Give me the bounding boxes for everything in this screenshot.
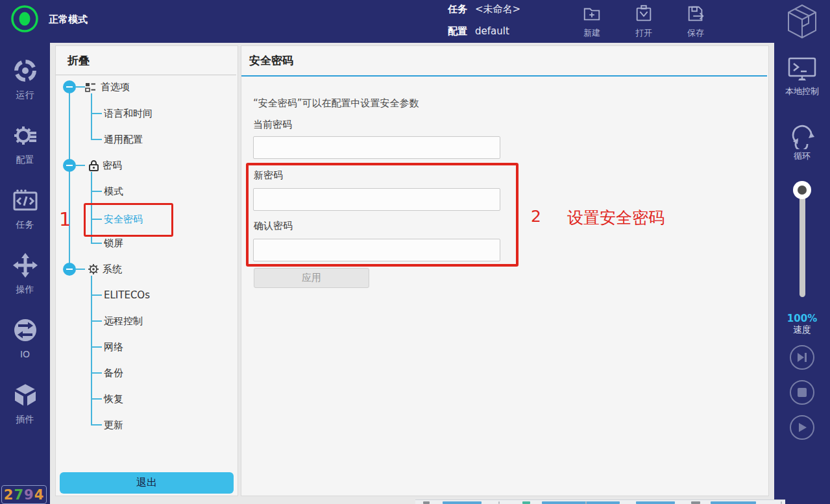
annotation-step2-text: 设置安全密码 <box>567 207 665 228</box>
tree-branch-line <box>91 276 92 426</box>
status-text-fragment <box>542 501 620 504</box>
tree-item-network[interactable]: 网络 <box>104 341 123 354</box>
open-file-icon <box>634 4 653 23</box>
slider-handle-dot <box>798 186 807 195</box>
system-gear-icon <box>88 263 99 275</box>
local-control-terminal-icon <box>787 56 817 83</box>
sidebar-item-label: IO <box>0 349 50 359</box>
tree-item-lock-screen[interactable]: 锁屏 <box>104 237 123 250</box>
tree-branch-line <box>91 372 102 374</box>
run-target-icon <box>12 57 39 84</box>
tree-branch-line <box>91 172 92 244</box>
tree-branch-line <box>91 93 92 139</box>
brand-cube-logo-icon <box>786 3 818 40</box>
new-password-input[interactable] <box>253 188 500 211</box>
annotation-step1-number: 1 <box>59 208 71 230</box>
tree-node-preferences[interactable]: 首选项 <box>101 80 130 93</box>
tree-item-restore[interactable]: 恢复 <box>104 392 123 405</box>
tree-item-mode[interactable]: 模式 <box>104 185 123 198</box>
tree-node-system[interactable]: 系统 <box>103 263 122 276</box>
counter-digit: 9 <box>24 487 34 503</box>
exit-button[interactable]: 退出 <box>60 472 234 494</box>
stop-button[interactable] <box>790 380 814 405</box>
new-task-label: 新建 <box>569 27 615 39</box>
annotation-step2-number: 2 <box>531 207 541 228</box>
speed-slider-handle[interactable] <box>793 181 811 199</box>
tree-branch-line <box>91 243 102 244</box>
sidebar-item-plugin[interactable]: 插件 <box>0 381 50 426</box>
sidebar-item-task[interactable]: 任务 <box>0 187 50 231</box>
tree-branch-line <box>76 86 85 88</box>
main-header-divider <box>241 75 767 77</box>
sidebar-item-label: 运行 <box>0 90 50 101</box>
operate-move-icon <box>12 252 39 279</box>
tree-branch-line <box>76 165 85 166</box>
sidebar-item-config[interactable]: 配置 <box>0 122 50 166</box>
tree-item-backup[interactable]: 备份 <box>104 366 123 379</box>
collapse-toggle-preferences[interactable] <box>63 80 76 93</box>
page-title: 安全密码 <box>249 53 293 68</box>
loop-button[interactable] <box>788 121 816 152</box>
tree-item-safety-password[interactable]: 安全密码 <box>104 213 143 226</box>
config-value: default <box>475 25 509 38</box>
tree-node-password[interactable]: 密码 <box>103 159 122 172</box>
tree-trunk-line <box>69 87 70 269</box>
current-password-label: 当前密码 <box>253 119 292 131</box>
open-task-label: 打开 <box>621 27 666 39</box>
sidebar-item-operate[interactable]: 操作 <box>0 252 50 296</box>
sidebar-item-label: 配置 <box>0 154 50 166</box>
save-task-button[interactable]: 保存 <box>673 4 718 39</box>
current-password-input[interactable] <box>253 136 500 159</box>
loop-label: 循环 <box>774 150 830 162</box>
open-task-button[interactable]: 打开 <box>621 4 666 39</box>
tree-item-language-time[interactable]: 语言和时间 <box>104 107 153 120</box>
tree-item-remote-control[interactable]: 远程控制 <box>104 315 143 328</box>
status-icon <box>423 501 430 504</box>
counter-digit: 7 <box>14 487 24 503</box>
new-task-button[interactable]: 新建 <box>569 4 615 39</box>
collapse-toggle-system[interactable] <box>63 263 76 276</box>
local-control-button[interactable] <box>787 56 817 86</box>
mode-label: 正常模式 <box>49 14 88 26</box>
minus-icon <box>66 86 73 88</box>
loop-arrows-icon <box>788 121 816 149</box>
plugin-cube-icon <box>12 381 39 409</box>
tree-branch-line <box>76 269 85 270</box>
tree-branch-line <box>91 294 102 296</box>
sidebar-item-io[interactable]: IO <box>0 317 50 359</box>
collapse-toggle-password[interactable] <box>63 159 76 172</box>
hint-text: “安全密码”可以在配置中设置安全参数 <box>253 97 419 110</box>
play-button[interactable] <box>790 415 814 440</box>
status-icon <box>691 501 700 504</box>
confirm-password-label: 确认密码 <box>254 220 293 232</box>
task-code-icon <box>12 187 39 214</box>
tree-branch-line <box>91 191 102 192</box>
apply-button[interactable]: 应用 <box>254 268 369 288</box>
preferences-list-icon <box>85 82 96 93</box>
speed-slider-track[interactable] <box>799 192 805 297</box>
status-icon <box>522 501 530 504</box>
status-text-fragment <box>636 501 675 504</box>
tree-panel-title[interactable]: 折叠 <box>67 53 90 68</box>
config-gear-icon <box>12 122 39 149</box>
sidebar-item-run[interactable]: 运行 <box>0 57 50 101</box>
new-file-icon <box>582 4 602 23</box>
tree-item-elitecos[interactable]: ELITECOs <box>104 289 150 302</box>
tree-branch-line <box>91 219 102 220</box>
status-separator <box>498 501 500 504</box>
confirm-password-input[interactable] <box>253 239 500 261</box>
save-task-label: 保存 <box>673 27 718 39</box>
annotation-step2: 2 设置安全密码 <box>531 207 665 228</box>
tree-item-general-config[interactable]: 通用配置 <box>104 133 143 146</box>
config-name-field[interactable]: 配置 default <box>448 25 509 38</box>
sidebar-item-label: 任务 <box>0 219 50 231</box>
config-label: 配置 <box>448 25 467 38</box>
task-value: <未命名> <box>475 3 520 16</box>
status-text-fragment <box>711 501 756 504</box>
tree-branch-line <box>91 346 102 348</box>
task-label: 任务 <box>448 3 467 16</box>
task-name-field[interactable]: 任务 <未命名> <box>448 3 520 16</box>
minus-icon <box>66 269 73 270</box>
tree-item-update[interactable]: 更新 <box>104 418 123 431</box>
step-button[interactable] <box>790 345 814 370</box>
